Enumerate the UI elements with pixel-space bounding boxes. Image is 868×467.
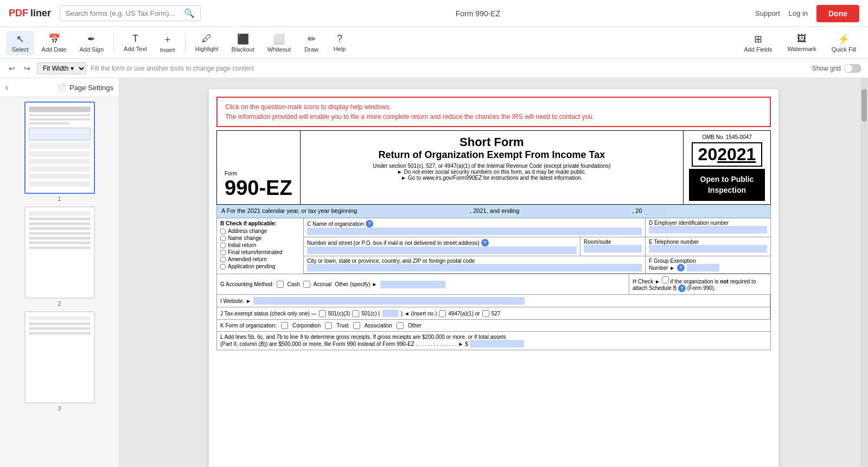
form-title: Form 990-EZ <box>209 9 746 18</box>
row-a-year-input[interactable] <box>644 207 666 215</box>
add-sign-tool[interactable]: ✒ Add Sign <box>74 31 109 55</box>
whiteout-label: Whiteout <box>267 46 291 53</box>
thumbnail-item-3[interactable]: 3 <box>4 311 114 412</box>
svg-rect-19 <box>29 142 90 149</box>
whiteout-tool[interactable]: ⬜ Whiteout <box>262 31 296 55</box>
watermark-tool[interactable]: 🖼 Watermark <box>782 31 821 54</box>
help-tool[interactable]: ? Help <box>327 31 353 54</box>
select-tool[interactable]: ↖ Select <box>7 31 34 55</box>
svg-rect-31 <box>29 237 90 239</box>
svg-rect-35 <box>29 316 90 320</box>
col-address-help-icon[interactable]: ? <box>481 239 489 247</box>
checkbox-name-change-input[interactable] <box>220 236 226 241</box>
thumbnail-item-1[interactable]: 1 <box>4 102 114 202</box>
row-h-help-icon[interactable]: ? <box>678 285 686 292</box>
checkbox-application-input[interactable] <box>220 264 226 269</box>
show-grid-toggle[interactable] <box>844 64 861 73</box>
checkbox-final-return-input[interactable] <box>220 250 226 255</box>
toggle-knob <box>845 65 852 72</box>
phone-input[interactable] <box>649 245 767 253</box>
login-link[interactable]: Log in <box>789 9 808 17</box>
col-city: City or town, state or province, country… <box>304 256 646 273</box>
col-f-number-row: Number ► ? <box>649 264 767 272</box>
insert-tool[interactable]: ＋ Insert <box>155 30 181 55</box>
row-k-corporation-checkbox[interactable] <box>281 322 288 329</box>
col-g: G Accounting Method: Cash Accrual Other … <box>217 274 629 294</box>
search-input[interactable] <box>66 9 181 17</box>
draw-tool[interactable]: ✏ Draw <box>298 31 324 55</box>
watermark-icon: 🖼 <box>797 33 807 45</box>
row-l-label2: (Part II, column (B)) are $500,000 or mo… <box>220 341 468 347</box>
search-bar[interactable]: 🔍 <box>60 5 201 21</box>
row-k-association-checkbox[interactable] <box>353 322 360 329</box>
svg-rect-26 <box>29 211 90 216</box>
thumbnail-num-2: 2 <box>58 300 61 307</box>
col-f-help-icon[interactable]: ? <box>677 264 685 272</box>
row-l-amount-input[interactable] <box>470 340 524 348</box>
thumbnail-box-1[interactable] <box>24 102 95 194</box>
add-fields-tool[interactable]: ⊞ Add Fields <box>738 31 777 55</box>
svg-rect-38 <box>29 332 90 335</box>
support-link[interactable]: Support <box>755 9 780 17</box>
city-input[interactable] <box>307 264 642 272</box>
row-j-4947-checkbox[interactable] <box>439 310 446 317</box>
row-k-corporation-label: Corporation <box>292 323 321 329</box>
row-a-ending-input[interactable] <box>521 207 630 215</box>
row-g-other-input[interactable] <box>380 281 445 288</box>
ein-input[interactable] <box>649 226 767 234</box>
row-k-trust-checkbox[interactable] <box>325 322 332 329</box>
col-address-label-text: Number and street (or P.O. box if mail i… <box>307 240 480 246</box>
org-name-input[interactable] <box>307 228 642 235</box>
done-button[interactable]: Done <box>816 5 859 22</box>
row-a-beginning-input[interactable] <box>359 207 468 215</box>
select-label: Select <box>12 46 29 53</box>
checkbox-address-change: Address change <box>220 228 300 234</box>
draw-icon: ✏ <box>308 33 316 45</box>
col-c-row: C Name of organization ? D Employer iden… <box>304 218 770 237</box>
fit-width-select[interactable]: Fit Width ▾ <box>37 62 86 74</box>
group-exemption-input[interactable] <box>687 264 719 272</box>
website-input[interactable] <box>253 297 525 305</box>
add-date-tool[interactable]: 📅 Add Date <box>36 31 72 55</box>
checkbox-address-change-input[interactable] <box>220 229 226 234</box>
row-j-501c3-checkbox[interactable] <box>319 310 326 317</box>
room-input[interactable] <box>584 245 642 253</box>
toolbar2: ↩ ↪ Fit Width ▾ Fill the form or use ano… <box>0 59 868 78</box>
col-f: F Group Exemption Number ► ? <box>646 256 770 273</box>
row-g-label: G Accounting Method: <box>220 281 273 287</box>
row-g-accrual-checkbox[interactable] <box>303 281 310 288</box>
row-j-501c-checkbox[interactable] <box>352 310 359 317</box>
sidebar-close-button[interactable]: ‹ <box>5 83 8 92</box>
row-k-other-checkbox[interactable] <box>397 322 404 329</box>
thumbnail-box-2[interactable] <box>24 206 95 299</box>
row-g-cash-checkbox[interactable] <box>277 281 284 288</box>
undo-button[interactable]: ↩ <box>7 63 17 74</box>
col-address-row: Number and street (or P.O. box if mail i… <box>304 237 770 256</box>
col-room-label: Room/suite <box>584 239 642 245</box>
svg-rect-15 <box>29 114 90 116</box>
form-990-number: 990-EZ <box>225 176 292 200</box>
address-input[interactable] <box>307 247 577 254</box>
redo-button[interactable]: ↪ <box>22 63 33 74</box>
quick-fill-icon: ⚡ <box>838 33 850 45</box>
quick-fill-tool[interactable]: ⚡ Quick Fill <box>826 31 861 55</box>
highlight-icon: 🖊 <box>202 33 212 45</box>
row-a-text: A For the 2021 calendar year, or tax yea… <box>221 207 357 215</box>
thumbnail-item-2[interactable]: 2 <box>4 206 114 307</box>
checkbox-amended-input[interactable] <box>220 257 226 262</box>
add-fields-label: Add Fields <box>744 46 772 53</box>
row-j-label: J Tax-exempt status (check only one) — <box>220 311 317 317</box>
row-j-527-checkbox[interactable] <box>482 310 489 317</box>
thumbnail-box-3[interactable] <box>24 311 95 403</box>
add-text-tool[interactable]: T Add Text <box>118 31 152 54</box>
highlight-tool[interactable]: 🖊 Highlight <box>190 31 224 54</box>
row-h-checkbox[interactable] <box>662 276 669 283</box>
row-j-501c-num-input[interactable] <box>382 310 399 317</box>
scroll-bar[interactable] <box>860 78 868 467</box>
checkbox-initial-return-input[interactable] <box>220 243 226 248</box>
col-d-label: D Employer identification number <box>649 220 767 226</box>
blackout-tool[interactable]: ⬛ Blackout <box>226 31 260 55</box>
return-title: Return of Organization Exempt From Incom… <box>308 149 675 161</box>
col-c-help-icon[interactable]: ? <box>366 220 373 228</box>
col-address-label: Number and street (or P.O. box if mail i… <box>307 239 577 247</box>
